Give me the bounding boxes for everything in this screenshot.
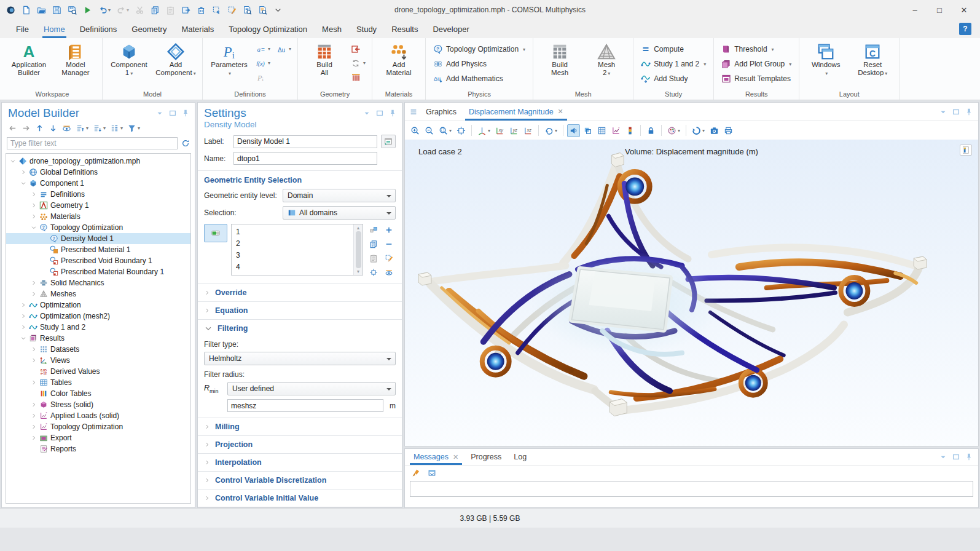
panel-options-icon[interactable] — [939, 108, 947, 116]
tree-item-reports[interactable]: Reports — [6, 443, 190, 454]
cut-button[interactable] — [133, 4, 147, 17]
ribbon-button-windows[interactable]: Windows▾ — [803, 39, 849, 77]
chevron-right-icon[interactable] — [29, 191, 38, 197]
tree-item-definitions[interactable]: Definitions — [6, 189, 190, 200]
messages-tab-messages[interactable]: Messages✕ — [407, 449, 465, 465]
section-filtering[interactable]: Filtering — [198, 319, 402, 337]
graphics-tab-displacement-magnitude[interactable]: Displacement Magnitude✕ — [463, 103, 570, 121]
list-scrollbar[interactable]: ▲▼ — [353, 224, 363, 275]
redo-button[interactable]: ▾ — [114, 4, 131, 17]
tree-item-optimization[interactable]: Optimization — [6, 299, 190, 311]
remove-from-selection-button[interactable] — [382, 238, 396, 250]
chevron-down-icon[interactable] — [19, 180, 28, 186]
ribbon-button-reset-desktop[interactable]: CResetDesktop▾ — [850, 39, 895, 77]
menu-tab-study[interactable]: Study — [349, 20, 384, 38]
chevron-right-icon[interactable] — [29, 424, 38, 430]
chevron-right-icon[interactable] — [29, 202, 38, 208]
tree-item-study-1-and-2[interactable]: Study 1 and 2 — [6, 322, 190, 333]
chevron-right-icon[interactable] — [19, 324, 28, 330]
chevron-down-icon[interactable] — [19, 335, 28, 341]
clear-selection-button[interactable] — [382, 252, 396, 264]
save-to-model-manager-button[interactable] — [65, 4, 79, 17]
show-axes-button[interactable]: * — [610, 124, 622, 137]
filter-type-select[interactable]: Helmholtz — [204, 352, 396, 365]
tree-item-meshes[interactable]: Meshes — [6, 288, 190, 299]
chevron-right-icon[interactable] — [29, 291, 38, 297]
pin-panel-icon[interactable] — [965, 453, 973, 461]
ribbon-button-deltau[interactable]: Δu▾ — [274, 42, 294, 56]
customize-toolbar-button[interactable] — [271, 4, 285, 17]
selection-list-item[interactable]: 4 — [232, 261, 353, 272]
ribbon-button-add-study[interactable]: Add Study — [637, 71, 710, 86]
float-panel-icon[interactable] — [168, 109, 177, 117]
ribbon-button-importgeom[interactable] — [348, 42, 368, 56]
tree-item-export[interactable]: Export — [6, 432, 190, 443]
zoom-in-button[interactable] — [409, 124, 421, 137]
delete-button[interactable] — [194, 4, 208, 17]
chevron-right-icon[interactable] — [29, 213, 38, 220]
ribbon-button-topology-optimization[interactable]: ?Topology Optimization▾ — [429, 42, 529, 57]
zoom-extents-button[interactable] — [455, 124, 468, 137]
go-to-view-button[interactable]: ▾ — [476, 124, 492, 137]
ribbon-button-add-component[interactable]: AddComponent▾ — [153, 39, 198, 77]
collapse-all-button[interactable]: ▾ — [92, 122, 107, 134]
section-equation[interactable]: Equation — [198, 301, 402, 319]
ribbon-button-compute[interactable]: Compute — [637, 42, 710, 57]
open-message-window-button[interactable] — [426, 467, 438, 479]
domain-selection-list[interactable]: 1234 ▲▼ — [231, 224, 363, 276]
selection-list-item[interactable]: 2 — [232, 237, 353, 249]
view-xy-button[interactable]: xy — [493, 124, 506, 137]
tree-item-global-definitions[interactable]: Global Definitions — [6, 167, 190, 178]
tree-item-topology-optimization[interactable]: *Topology Optimization — [6, 421, 190, 432]
chevron-right-icon[interactable] — [29, 413, 38, 419]
menu-tab-developer[interactable]: Developer — [425, 20, 476, 38]
menu-tab-materials[interactable]: Materials — [174, 20, 221, 38]
close-button[interactable]: ✕ — [952, 1, 976, 18]
zoom-out-button[interactable] — [423, 124, 436, 137]
copy-selection-button[interactable] — [367, 238, 380, 250]
print-button[interactable] — [722, 124, 735, 137]
paste-selection-button[interactable] — [367, 252, 380, 264]
ribbon-button-pigray[interactable]: Pi — [253, 70, 273, 84]
name-field[interactable] — [233, 152, 377, 165]
menu-tab-mesh[interactable]: Mesh — [315, 20, 349, 38]
pin-panel-icon[interactable] — [181, 109, 190, 117]
ribbon-button-fx[interactable]: f(x)▾ — [253, 56, 273, 70]
tree-item-topology-optimization[interactable]: ?Topology Optimization — [6, 222, 190, 233]
color-legend-toggle[interactable] — [960, 145, 972, 156]
tree-item-applied-loads-solid[interactable]: *Applied Loads (solid) — [6, 410, 190, 421]
show-button[interactable] — [61, 122, 73, 134]
section-control-variable-discretization[interactable]: Control Variable Discretization — [198, 471, 402, 489]
chevron-right-icon[interactable] — [29, 280, 38, 286]
ribbon-button-add-material[interactable]: AddMaterial — [376, 39, 421, 77]
preview-button[interactable] — [240, 4, 254, 17]
messages-tab-progress[interactable]: Progress — [465, 449, 508, 465]
section-projection[interactable]: Projection — [198, 435, 402, 453]
chevron-right-icon[interactable] — [19, 313, 28, 319]
chevron-right-icon[interactable] — [19, 302, 28, 308]
panel-options-icon[interactable] — [939, 453, 947, 461]
undo-button[interactable]: ▾ — [96, 4, 113, 17]
tree-item-optimization-mesh2[interactable]: Optimization (mesh2) — [6, 311, 190, 322]
ribbon-button-study-1-and-2[interactable]: Study 1 and 2▾ — [637, 57, 710, 71]
clear-selection-button[interactable] — [225, 4, 239, 17]
ribbon-button-build-all[interactable]: BuildAll — [302, 39, 347, 77]
section-milling[interactable]: Milling — [198, 418, 402, 435]
graphics-canvas[interactable]: Volume: Displacement magnitude (m) Load … — [405, 140, 978, 446]
menu-tab-results[interactable]: Results — [384, 20, 425, 38]
section-override[interactable]: Override — [198, 283, 402, 301]
entity-level-select[interactable]: Domain — [283, 189, 396, 202]
update-plot-button[interactable]: ▾ — [690, 124, 707, 137]
3d-model-view[interactable] — [405, 140, 978, 446]
chevron-right-icon[interactable] — [29, 357, 38, 363]
tree-item-component-1[interactable]: Component 1 — [6, 178, 190, 189]
chevron-down-icon[interactable] — [9, 158, 17, 164]
chevron-down-icon[interactable] — [29, 224, 38, 231]
ribbon-button-build-mesh[interactable]: BuildMesh — [537, 39, 582, 77]
tree-item-derived-values[interactable]: 8.85e-12Derived Values — [6, 366, 190, 377]
tree-item-solid-mechanics[interactable]: Solid Mechanics — [6, 277, 190, 288]
ribbon-button-virtualops[interactable] — [348, 70, 368, 84]
move-down-button[interactable] — [47, 122, 59, 134]
messages-tab-log[interactable]: Log — [508, 449, 533, 465]
section-control-variable-initial-value[interactable]: Control Variable Initial Value — [198, 489, 402, 507]
